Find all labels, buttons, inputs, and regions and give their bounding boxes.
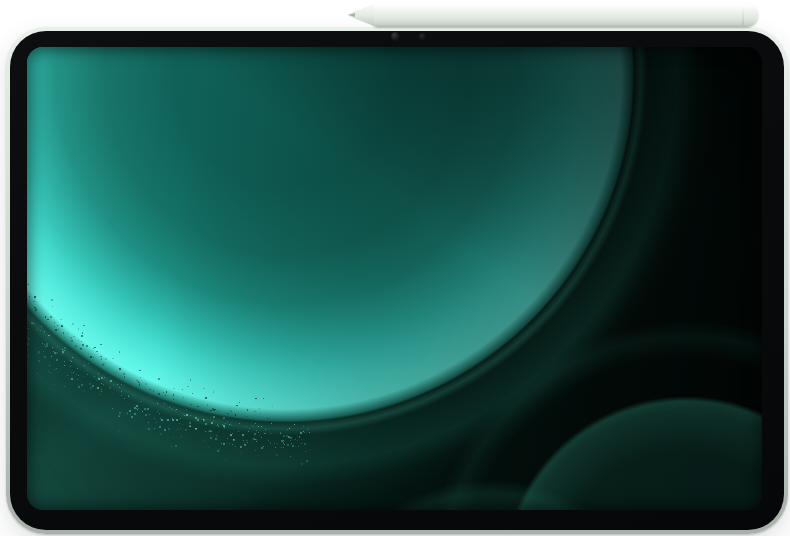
stylus [348, 3, 758, 27]
tablet-screen [27, 47, 762, 510]
stylus-cap-seam [742, 5, 744, 25]
stylus-body [372, 3, 758, 27]
light-sensor-icon [419, 33, 426, 40]
front-camera-icon [391, 32, 400, 41]
tablet-frame [6, 27, 788, 534]
product-photo [0, 0, 790, 536]
screen-vignette [27, 47, 762, 510]
tablet-bezel [10, 31, 784, 530]
